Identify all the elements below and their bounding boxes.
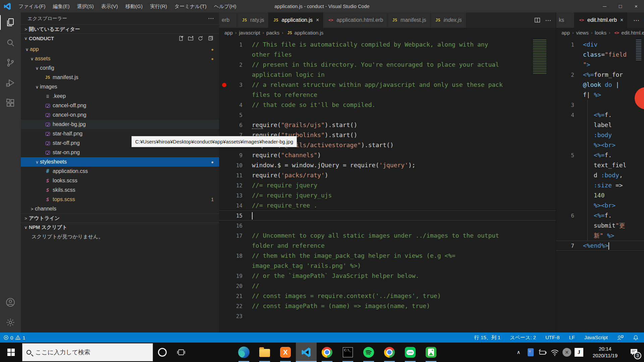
minimize-button[interactable]: ─ (597, 0, 612, 12)
taskbar-app-photos[interactable] (421, 343, 441, 362)
taskbar-app-xampp[interactable]: X (275, 343, 296, 362)
tree-item-.keep[interactable]: ≡.keep (21, 92, 219, 101)
section-project-root[interactable]: ∨ CONDUCT (21, 34, 219, 43)
tray-battery-icon[interactable] (537, 343, 549, 362)
taskbar-app-chrome[interactable] (317, 343, 337, 362)
tab-raty.js[interactable]: JSraty.js (237, 12, 268, 28)
code-editor-right[interactable]: 1<divclass="field">2<%=form_for@look do … (556, 38, 644, 333)
breadcrumb-file[interactable]: application.js (294, 30, 324, 36)
source-control-icon[interactable] (0, 53, 21, 73)
tray-wifi-icon[interactable] (549, 343, 561, 362)
explorer-more-actions-icon[interactable]: ⋯ (208, 15, 214, 22)
code-editor-left[interactable]: 1// This file is automatically compiled … (219, 38, 556, 333)
taskbar-app-file-explorer[interactable] (254, 343, 275, 362)
tree-item-looks.scss[interactable]: Slooks.scss (21, 176, 219, 185)
tab-application.js[interactable]: JSapplication.js× (268, 12, 323, 28)
maximize-button[interactable]: □ (612, 0, 628, 12)
taskbar-search[interactable] (22, 343, 153, 361)
section-npm-scripts[interactable]: ∨ NPM スクリプト (21, 223, 219, 232)
section-open-editors[interactable]: > 開いているエディター (21, 24, 219, 34)
status-cursor-position[interactable]: 行 15、列 1 (474, 335, 500, 341)
tree-item-application.css[interactable]: #application.css (21, 167, 219, 176)
tree-item-config[interactable]: ∨config (21, 63, 219, 73)
taskbar-app-vscode[interactable] (296, 343, 317, 362)
refresh-icon[interactable] (198, 36, 203, 41)
tree-item-assets[interactable]: ∨assets● (21, 54, 219, 63)
tab-index.js[interactable]: JSindex.js (431, 12, 466, 28)
notification-center-button[interactable]: 3 (625, 343, 643, 362)
section-outline[interactable]: > アウトライン (21, 214, 219, 223)
tree-item-stylesheets[interactable]: ∨stylesheets● (21, 157, 219, 167)
menu-item-7[interactable]: ヘルプ(H) (210, 0, 240, 12)
breadcrumb-left[interactable]: app›javascript›packs›JSapplication.js (219, 28, 556, 38)
breadcrumb-right[interactable]: app›views›looks›<>edit.html.erb (556, 28, 644, 38)
minimap-left[interactable] (533, 40, 548, 74)
menu-item-2[interactable]: 選択(S) (73, 0, 98, 12)
status-eol[interactable]: LF (569, 335, 575, 341)
more-actions-icon[interactable]: ⋯ (633, 16, 640, 24)
minimap-right[interactable] (636, 40, 642, 61)
tree-item-cancel-off.png[interactable]: cancel-off.png (21, 101, 219, 110)
tree-item-skils.scss[interactable]: Sskils.scss (21, 185, 219, 195)
breadcrumb-segment[interactable]: app (224, 30, 233, 36)
tree-item-tops.scss[interactable]: Stops.scss1 (21, 195, 219, 204)
tab-ks[interactable]: ks (556, 12, 574, 28)
start-button[interactable] (0, 343, 22, 362)
settings-icon[interactable] (0, 312, 21, 333)
new-file-icon[interactable] (178, 36, 184, 41)
tree-item-cancel-on.png[interactable]: cancel-on.png (21, 110, 219, 120)
extensions-icon[interactable] (0, 93, 21, 113)
bell-icon[interactable] (633, 335, 639, 341)
taskbar-app-spotify[interactable] (358, 343, 379, 362)
menu-item-4[interactable]: 移動(G) (122, 0, 147, 12)
tray-volume-muted-icon[interactable]: ✕ (561, 343, 573, 362)
taskbar-app-terminal[interactable] (337, 343, 358, 362)
tab-manifest.js[interactable]: JSmanifest.js (387, 12, 430, 28)
run-debug-icon[interactable] (0, 73, 21, 93)
tree-item-app[interactable]: ∨app● (21, 45, 219, 54)
taskbar-clock[interactable]: 20:14 2020/11/19 (586, 346, 624, 359)
status-language-mode[interactable]: JavaScript (584, 335, 608, 341)
close-button[interactable]: × (628, 0, 644, 12)
tab-erb[interactable]: erb (219, 12, 237, 28)
split-editor-icon[interactable] (534, 17, 540, 23)
breadcrumb-segment[interactable]: app (561, 30, 570, 36)
search-icon[interactable] (0, 33, 21, 53)
menu-item-0[interactable]: ファイル(F) (15, 0, 49, 12)
tree-item-header-bg.jpg[interactable]: header-bg.jpg (21, 120, 219, 129)
tree-item-manifest.js[interactable]: JSmanifest.js (21, 73, 219, 82)
problems-warnings[interactable]: 1 (15, 335, 25, 341)
breadcrumb-segment[interactable]: views (576, 30, 589, 36)
more-actions-icon[interactable]: ⋯ (545, 16, 552, 24)
close-icon[interactable]: × (316, 17, 319, 23)
tab-edit.html.erb[interactable]: <>edit.html.erb× (574, 12, 628, 28)
problems-errors[interactable]: 0 (3, 335, 13, 341)
status-indentation[interactable]: スペース: 2 (510, 335, 536, 341)
tree-item-images[interactable]: ∨images (21, 82, 219, 92)
taskbar-app-edge[interactable] (233, 343, 254, 362)
tray-usb-icon[interactable] (525, 343, 537, 362)
feedback-icon[interactable] (617, 335, 624, 341)
close-icon[interactable]: × (620, 17, 623, 23)
status-encoding[interactable]: UTF-8 (545, 335, 560, 341)
taskbar-app-line[interactable]: LINE (400, 343, 421, 362)
tray-app-j-icon[interactable]: J (573, 343, 585, 362)
tree-item-star-on.png[interactable]: star-on.png (21, 148, 219, 157)
breadcrumb-segment[interactable]: looks (595, 30, 606, 36)
tab-application.html.erb[interactable]: <>application.html.erb (323, 12, 387, 28)
breadcrumb-segment[interactable]: javascript (239, 30, 260, 36)
new-folder-icon[interactable] (188, 36, 194, 41)
breadcrumb-file[interactable]: edit.html.erb (622, 30, 644, 36)
cortana-button[interactable] (153, 343, 172, 362)
tray-chevron-up-icon[interactable]: ∧ (513, 343, 525, 362)
menu-item-1[interactable]: 編集(E) (49, 0, 73, 12)
breadcrumb-segment[interactable]: packs (266, 30, 279, 36)
explorer-icon[interactable] (0, 12, 21, 33)
task-view-button[interactable] (172, 343, 191, 362)
taskbar-search-input[interactable] (35, 349, 143, 356)
menu-item-6[interactable]: ターミナル(T) (171, 0, 210, 12)
menu-item-3[interactable]: 表示(V) (98, 0, 122, 12)
breakpoint-icon[interactable] (219, 83, 229, 87)
tree-item-channels[interactable]: >channels (21, 204, 219, 214)
menu-item-5[interactable]: 実行(R) (146, 0, 171, 12)
